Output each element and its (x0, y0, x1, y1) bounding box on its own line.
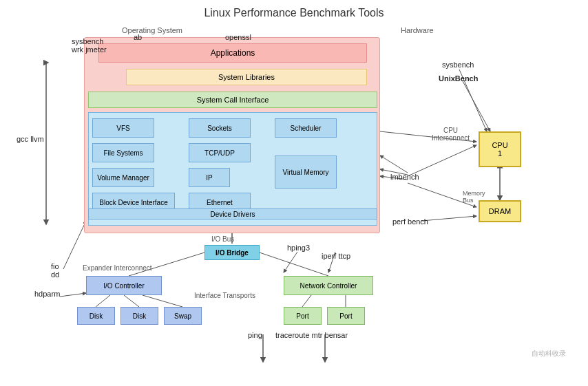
hw-label: Hardware (401, 26, 434, 34)
svg-line-8 (63, 221, 86, 269)
iperf-ttcp-label: iperf ttcp (322, 252, 350, 260)
sockets-cell: Sockets (189, 118, 251, 138)
svg-line-24 (463, 81, 490, 131)
expander-label: Expander Interconnect (83, 264, 152, 272)
tcpudp-cell: TCP/UDP (189, 143, 251, 162)
ping-label: ping (248, 331, 262, 339)
svg-line-16 (260, 253, 328, 276)
sysbench-wrk-jmeter-label: sysbench wrk jmeter (72, 37, 107, 54)
volumemanager-cell: Volume Manager (92, 168, 154, 187)
os-label: Operating System (122, 26, 182, 34)
filesystems-cell: File Systems (92, 143, 154, 162)
interface-transports-label: Interface Transports (194, 292, 255, 299)
svg-line-9 (60, 293, 86, 297)
main-container: Linux Performance Benchmark Tools (0, 0, 588, 386)
port1-box: Port (284, 307, 322, 325)
io-controller-box: I/O Controller (86, 276, 162, 295)
openssl-label: openssl (225, 33, 251, 41)
svg-line-19 (143, 295, 182, 307)
svg-line-25 (408, 145, 476, 176)
watermark: 自动科收录 (532, 349, 566, 358)
system-libraries-box: System Libraries (126, 69, 367, 85)
cpu-box: CPU 1 (479, 131, 521, 167)
dram-box: DRAM (479, 200, 521, 222)
network-controller-box: Network Controller (284, 276, 373, 295)
disk2-box: Disk (120, 307, 158, 325)
vfs-cell: VFS (92, 118, 154, 138)
unixbench-label: UnixBench (439, 74, 478, 83)
svg-line-18 (124, 295, 139, 307)
applications-box: Applications (98, 43, 367, 63)
hdparm-label: hdparm (34, 290, 60, 298)
hping3-label: hping3 (287, 244, 310, 252)
ab-label: ab (134, 33, 142, 41)
ip-cell: IP (189, 168, 230, 187)
svg-line-17 (96, 295, 110, 307)
traceroute-label: traceroute mtr bensar (275, 331, 348, 339)
gcc-llvm-label: gcc llvm (17, 135, 44, 143)
iobridge-box: I/O Bridge (204, 245, 260, 260)
cpu-interconnect-label: CPU Interconnect (432, 127, 470, 142)
os-box: Applications System Libraries System Cal… (84, 37, 380, 233)
fio-dd-label: fio dd (51, 262, 59, 279)
perf-bench-label: perf bench (392, 217, 428, 226)
port2-box: Port (327, 307, 365, 325)
swap-box: Swap (164, 307, 202, 325)
diagram-area: Operating System Hardware gcc llvm Linux… (8, 25, 580, 376)
page-title: Linux Performance Benchmark Tools (7, 7, 581, 19)
svg-line-20 (302, 295, 311, 307)
svg-line-28 (380, 156, 408, 173)
syscall-box: System Call Interface (88, 92, 377, 108)
device-drivers-label: Device Drivers (88, 208, 377, 219)
iobus-label: I/O Bus (211, 235, 234, 243)
lmbench-label: lmbench (390, 173, 419, 181)
sysbench-hw-label: sysbench (442, 61, 474, 69)
svg-line-10 (284, 252, 297, 272)
svg-line-30 (421, 216, 476, 221)
scheduler-cell: Scheduler (275, 118, 337, 138)
virtualmemory-cell: Virtual Memory (275, 156, 337, 189)
disk1-box: Disk (77, 307, 115, 325)
